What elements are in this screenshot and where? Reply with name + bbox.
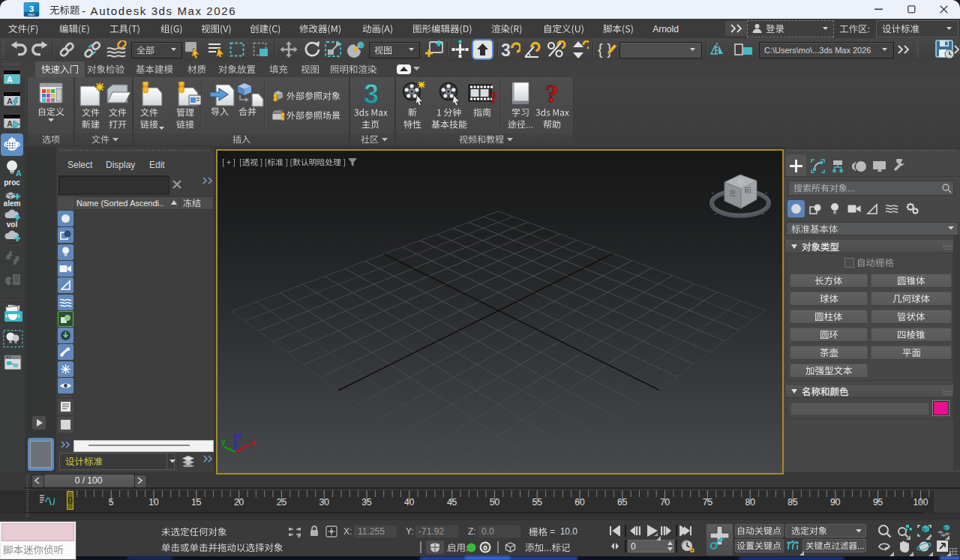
svg-text:A: A [7,97,13,106]
svg-text:3: 3 [29,4,34,13]
svg-text:z: z [238,431,242,439]
svg-text:x: x [251,439,256,447]
svg-text:?: ? [489,88,496,106]
svg-text:A: A [16,169,21,177]
svg-text:~: ~ [765,190,767,195]
svg-text:3: 3 [501,40,511,59]
svg-text:~: ~ [712,190,714,195]
svg-text:y: y [221,438,226,446]
svg-text:~: ~ [762,211,764,216]
svg-text:~: ~ [715,211,717,216]
svg-text:0: 0 [483,544,487,552]
svg-text:A: A [7,75,13,84]
svg-text:?: ? [546,79,559,106]
svg-text:A: A [7,119,13,128]
svg-text:MAX: MAX [28,13,35,16]
svg-text:3: 3 [364,80,379,107]
